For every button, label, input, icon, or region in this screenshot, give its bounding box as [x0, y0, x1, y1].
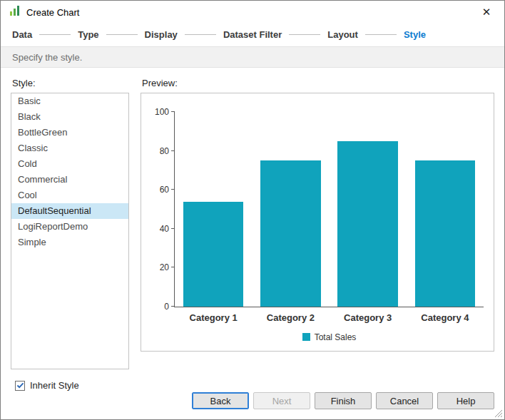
bar-category-4 [415, 160, 475, 307]
y-tick-label: 100 [143, 107, 169, 117]
bar-slot [252, 112, 329, 307]
window-title: Create Chart [26, 7, 79, 18]
wizard-step-display[interactable]: Display [145, 29, 178, 40]
close-icon[interactable]: ✕ [477, 6, 496, 19]
bar-slot [330, 112, 407, 307]
chart-x-labels: Category 1Category 2Category 3Category 4 [175, 312, 484, 327]
preview-panel: Preview: 020406080100 Category 1Category… [141, 76, 494, 369]
cancel-button[interactable]: Cancel [376, 392, 433, 409]
style-label: Style: [12, 78, 129, 88]
preview-label: Preview: [142, 78, 494, 88]
step-connector [365, 34, 397, 35]
inherit-style-checkbox[interactable] [15, 381, 25, 391]
chart-legend: Total Sales [175, 332, 484, 342]
titlebar: Create Chart ✕ [1, 1, 504, 24]
style-list-item-cold[interactable]: Cold [11, 156, 128, 172]
x-category-label: Category 4 [407, 312, 484, 327]
bar-slot [407, 112, 484, 307]
style-list-item-logireportdemo[interactable]: LogiReportDemo [11, 219, 128, 235]
back-button[interactable]: Back [192, 392, 249, 409]
y-tick-label: 20 [143, 262, 169, 272]
style-list-item-classic[interactable]: Classic [11, 140, 128, 156]
x-category-label: Category 1 [175, 312, 252, 327]
bar-category-2 [260, 160, 320, 307]
step-connector [185, 34, 216, 35]
style-list-item-simple[interactable]: Simple [11, 235, 128, 250]
style-list-item-basic[interactable]: Basic [11, 93, 128, 109]
step-connector [39, 34, 71, 35]
y-tick-label: 60 [143, 185, 169, 195]
chart-icon [9, 5, 21, 19]
help-button[interactable]: Help [437, 392, 494, 409]
step-connector [106, 34, 138, 35]
legend-label: Total Sales [315, 332, 357, 342]
bar-category-1 [183, 202, 243, 307]
inherit-style-label: Inherit Style [30, 380, 79, 391]
content-area: Style: BasicBlackBottleGreenClassicColdC… [1, 68, 504, 369]
step-connector [289, 34, 320, 35]
create-chart-dialog: Create Chart ✕ DataTypeDisplayDataset Fi… [0, 0, 505, 420]
style-list-item-bottlegreen[interactable]: BottleGreen [11, 125, 128, 140]
wizard-steps: DataTypeDisplayDataset FilterLayoutStyle [1, 25, 504, 43]
finish-button[interactable]: Finish [315, 392, 372, 409]
inherit-style-row: Inherit Style [15, 380, 79, 391]
wizard-subtitle: Specify the style. [1, 46, 504, 68]
resize-grip[interactable] [494, 409, 503, 418]
chart-preview: 020406080100 Category 1Category 2Categor… [141, 93, 494, 352]
y-tick-label: 0 [143, 302, 169, 312]
x-category-label: Category 3 [330, 312, 407, 327]
wizard-step-dataset-filter[interactable]: Dataset Filter [223, 29, 282, 40]
wizard-step-type[interactable]: Type [78, 29, 98, 40]
dialog-buttons: BackNextFinishCancelHelp [192, 392, 494, 409]
y-tick-label: 40 [143, 224, 169, 234]
style-list-item-defaultsequential[interactable]: DefaultSequential [11, 203, 128, 219]
x-category-label: Category 2 [252, 312, 329, 327]
bar-slot [175, 112, 252, 307]
legend-swatch [302, 333, 310, 341]
style-list-item-commercial[interactable]: Commercial [11, 172, 128, 188]
bars-container [175, 112, 484, 307]
style-list-item-black[interactable]: Black [11, 109, 128, 125]
wizard-step-layout[interactable]: Layout [327, 29, 358, 40]
chart-plot: 020406080100 [174, 112, 484, 307]
wizard-step-style[interactable]: Style [404, 29, 426, 40]
style-list-item-cool[interactable]: Cool [11, 188, 128, 203]
y-tick-label: 80 [143, 146, 169, 156]
style-panel: Style: BasicBlackBottleGreenClassicColdC… [11, 76, 129, 369]
wizard-step-data[interactable]: Data [12, 29, 32, 40]
style-listbox[interactable]: BasicBlackBottleGreenClassicColdCommerci… [11, 93, 129, 369]
next-button[interactable]: Next [253, 392, 310, 409]
bar-category-3 [337, 141, 397, 307]
